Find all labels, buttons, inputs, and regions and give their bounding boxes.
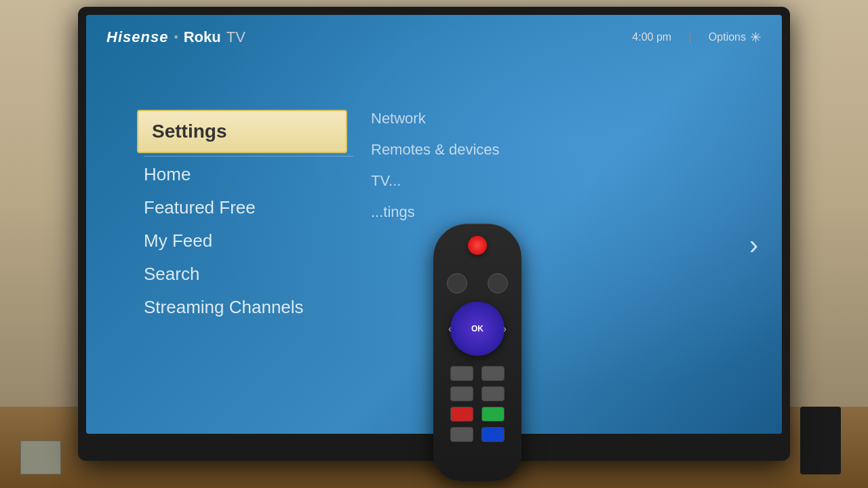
- submenu-remotes[interactable]: Remotes & devices: [371, 141, 500, 159]
- roku-logo: Roku: [184, 28, 221, 46]
- submenu-network[interactable]: Network: [371, 110, 500, 127]
- remote-small-buttons: [447, 268, 508, 298]
- remote-button-4[interactable]: [481, 386, 505, 401]
- hisense-logo: Hisense: [106, 28, 168, 46]
- remote-row-1: [450, 366, 505, 381]
- menu-list: Home Featured Free My Feed Search Stream…: [144, 161, 304, 321]
- logo-separator: •: [174, 30, 178, 45]
- remote-red-small[interactable]: [450, 407, 473, 422]
- remote-button-2[interactable]: [481, 366, 505, 381]
- submenu-tv[interactable]: TV...: [371, 172, 500, 190]
- remote-power-button[interactable]: [468, 236, 487, 255]
- remote-control: OK ‹ ›: [423, 224, 532, 488]
- remote-row-3: [450, 407, 505, 422]
- menu-item-featured-free[interactable]: Featured Free: [144, 194, 304, 222]
- right-nav-arrow[interactable]: ›: [749, 230, 758, 260]
- remote-home-button[interactable]: [488, 273, 508, 293]
- header: Hisense • Roku TV 4:00 pm | Options ✳: [106, 28, 762, 46]
- remote-blue-button[interactable]: [481, 427, 505, 442]
- brand-logo: Hisense • Roku TV: [106, 28, 245, 46]
- chair-right: [800, 407, 841, 474]
- menu-item-search[interactable]: Search: [144, 260, 304, 288]
- menu-item-home[interactable]: Home: [144, 161, 304, 188]
- menu-item-my-feed[interactable]: My Feed: [144, 227, 304, 255]
- desk-items-left: [20, 441, 61, 474]
- remote-button-1[interactable]: [450, 366, 473, 381]
- options-button[interactable]: Options ✳: [709, 29, 762, 45]
- menu-divider: [144, 156, 354, 157]
- remote-body: OK ‹ ›: [433, 224, 521, 481]
- clock-display: 4:00 pm: [632, 31, 671, 43]
- dpad-arrows: ‹ ›: [448, 300, 507, 358]
- remote-row-4: [450, 427, 505, 442]
- settings-title: Settings: [152, 121, 226, 142]
- remote-green-button[interactable]: [481, 407, 505, 422]
- options-icon: ✳: [750, 29, 762, 45]
- settings-submenu: Network Remotes & devices TV... ...tings: [371, 110, 500, 221]
- menu-item-streaming-channels[interactable]: Streaming Channels: [144, 293, 304, 321]
- remote-back-button[interactable]: [447, 273, 467, 293]
- settings-selected-box[interactable]: Settings: [137, 110, 347, 153]
- remote-button-3[interactable]: [450, 386, 473, 401]
- options-label: Options: [709, 31, 746, 43]
- remote-dpad: OK ‹ ›: [450, 302, 505, 356]
- submenu-settings[interactable]: ...tings: [371, 203, 500, 221]
- tv-label: TV: [226, 28, 245, 46]
- box-item: [20, 441, 61, 474]
- remote-row-2: [450, 386, 505, 401]
- dpad-right-arrow[interactable]: ›: [503, 323, 507, 334]
- dpad-left-arrow[interactable]: ‹: [448, 323, 452, 334]
- header-right: 4:00 pm | Options ✳: [632, 29, 762, 45]
- header-divider: |: [688, 30, 692, 45]
- remote-gray-1[interactable]: [450, 427, 473, 442]
- remote-bottom-buttons: [443, 366, 511, 442]
